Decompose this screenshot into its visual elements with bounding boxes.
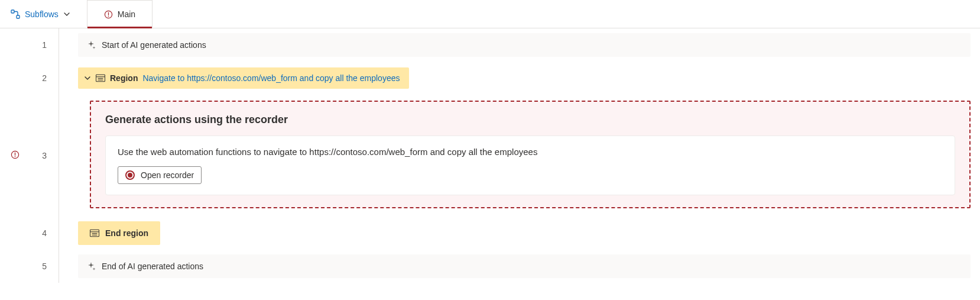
ai-start-text: Start of AI generated actions [102,40,206,50]
svg-rect-1 [17,15,20,18]
record-icon [125,170,135,180]
sparkle-icon [86,40,96,50]
region-icon [96,74,105,82]
region-start-block: Region Navigate to https://contoso.com/w… [78,67,409,89]
action-row[interactable]: End region [59,217,971,250]
ai-end-block: End of AI generated actions [78,254,971,278]
subflows-label: Subflows [25,9,59,19]
tab-main[interactable]: Main [87,0,152,28]
recorder-instruction: Use the web automation functions to navi… [118,147,943,157]
flow-content: Start of AI generated actions Region Nav… [59,28,980,283]
svg-rect-0 [11,10,14,13]
action-row[interactable]: Generate actions using the recorder Use … [59,95,971,217]
region-label: Region [110,73,138,83]
recorder-title: Generate actions using the recorder [105,114,955,126]
line-number: 3 [0,95,59,217]
line-number: 4 [0,217,59,250]
action-row[interactable]: End of AI generated actions [59,250,971,283]
recorder-card: Generate actions using the recorder Use … [90,101,971,208]
error-icon [11,150,20,161]
ai-start-block: Start of AI generated actions [78,33,971,57]
line-number: 1 [0,28,59,62]
flow-area: 1 2 3 4 5 Start of AI generated actions [0,28,980,283]
sparkle-icon [86,262,96,271]
svg-point-7 [15,156,16,157]
svg-point-4 [108,15,109,17]
region-icon [90,229,99,237]
open-recorder-label: Open recorder [141,170,194,180]
tab-main-label: Main [118,9,135,19]
open-recorder-button[interactable]: Open recorder [118,166,202,184]
recorder-inner: Use the web automation functions to navi… [105,136,955,195]
chevron-down-icon [63,11,70,18]
flow-icon [11,9,20,19]
action-row[interactable]: Region Navigate to https://contoso.com/w… [59,62,971,95]
region-end-block: End region [78,221,160,245]
line-number: 5 [0,250,59,283]
chevron-down-icon[interactable] [84,75,91,82]
line-gutter: 1 2 3 4 5 [0,28,59,283]
error-icon [104,10,113,19]
top-bar: Subflows Main [0,0,980,28]
subflows-dropdown[interactable]: Subflows [0,0,81,28]
end-region-text: End region [105,228,148,238]
region-description: Navigate to https://contoso.com/web_form… [142,73,400,83]
line-number: 2 [0,62,59,95]
action-row[interactable]: Start of AI generated actions [59,28,971,62]
ai-end-text: End of AI generated actions [102,262,203,271]
